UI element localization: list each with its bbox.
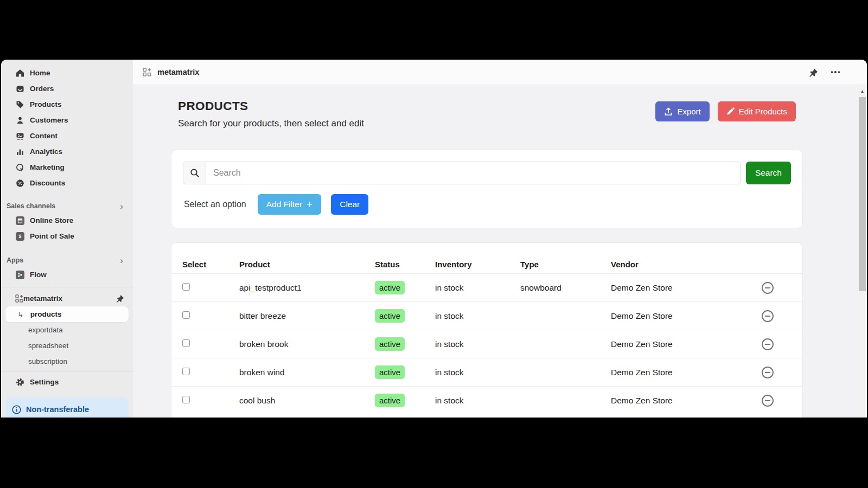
- sidebar-item-label: Settings: [30, 378, 59, 386]
- cell-type: snowboard: [520, 283, 611, 293]
- col-header-select: Select: [182, 260, 239, 269]
- sidebar-item-orders[interactable]: Orders: [1, 81, 133, 97]
- search-button[interactable]: Search: [746, 162, 791, 184]
- main-area: metamatrix PRODUCTS Search for your prod…: [133, 60, 867, 418]
- sidebar-divider: [1, 371, 133, 372]
- flow-icon: [15, 270, 24, 279]
- sidebar-item-label: Home: [30, 69, 50, 77]
- cell-product: cool bush: [239, 396, 375, 406]
- remove-row-icon[interactable]: [762, 282, 774, 294]
- sales-channels-label: Sales channels: [7, 202, 55, 210]
- admin-window: Home Orders Products Customers Content A: [1, 60, 867, 418]
- remove-row-icon[interactable]: [762, 338, 774, 350]
- sidebar-item-home[interactable]: Home: [1, 65, 133, 81]
- sidebar-item-flow[interactable]: Flow: [1, 267, 133, 282]
- more-options-icon[interactable]: [831, 71, 840, 73]
- sidebar-item-label: Point of Sale: [30, 232, 74, 240]
- sidebar-item-products-subpage[interactable]: ↳ products: [5, 306, 129, 322]
- sidebar-item-label: Analytics: [30, 147, 62, 156]
- scrollbar-thumb[interactable]: [859, 97, 866, 291]
- point-of-sale-icon: $: [15, 232, 24, 241]
- branch-arrow-icon: ↳: [17, 310, 24, 319]
- row-checkbox[interactable]: [182, 311, 190, 319]
- edit-products-button[interactable]: Edit Products: [718, 101, 796, 121]
- remove-row-icon[interactable]: [762, 367, 774, 378]
- sidebar-item-marketing[interactable]: Marketing: [1, 159, 133, 175]
- sidebar: Home Orders Products Customers Content A: [1, 60, 133, 418]
- sidebar-item-products[interactable]: Products: [1, 97, 133, 112]
- export-button[interactable]: Export: [655, 101, 709, 121]
- app-grid-icon: [143, 68, 151, 76]
- cell-inventory: in stock: [435, 311, 520, 321]
- pencil-icon: [726, 107, 735, 115]
- table-header-row: Select Product Status Inventory Type Ven…: [171, 255, 802, 273]
- pin-icon[interactable]: [809, 68, 818, 77]
- sidebar-item-content[interactable]: Content: [1, 128, 133, 144]
- table-row: broken brook active in stock Demo Zen St…: [171, 330, 802, 358]
- sales-channels-header[interactable]: Sales channels ›: [1, 200, 133, 213]
- app-title: metamatrix: [157, 68, 199, 76]
- cell-product: bitter breeze: [239, 311, 375, 321]
- online-store-icon: [15, 216, 24, 225]
- table-row: api_testproduct1 active in stock snowboa…: [171, 273, 802, 301]
- filter-select-dropdown[interactable]: Select an option: [184, 200, 246, 209]
- sidebar-item-label: Products: [30, 100, 62, 108]
- cell-product: broken brook: [239, 339, 375, 349]
- status-badge: active: [375, 394, 405, 407]
- sidebar-item-subscription[interactable]: subscription: [1, 354, 133, 369]
- sidebar-item-label: Orders: [30, 85, 54, 93]
- sidebar-item-metamatrix[interactable]: metamatrix: [1, 291, 133, 306]
- sidebar-item-label: Customers: [30, 116, 68, 124]
- cell-inventory: in stock: [435, 339, 520, 349]
- sidebar-item-online-store[interactable]: Online Store: [1, 213, 133, 228]
- row-checkbox[interactable]: [182, 396, 190, 403]
- info-icon: [12, 405, 21, 418]
- vertical-scrollbar[interactable]: ▲: [858, 85, 867, 418]
- plus-icon: +: [307, 198, 312, 210]
- cell-inventory: in stock: [435, 396, 520, 406]
- cell-inventory: in stock: [435, 368, 520, 377]
- sidebar-item-analytics[interactable]: Analytics: [1, 144, 133, 159]
- status-badge: active: [375, 309, 405, 323]
- row-checkbox[interactable]: [182, 283, 190, 291]
- sidebar-item-customers[interactable]: Customers: [1, 112, 133, 128]
- page-content: PRODUCTS Search for your products, then …: [133, 85, 867, 418]
- sidebar-item-discounts[interactable]: Discounts: [1, 175, 133, 191]
- search-input[interactable]: [206, 162, 741, 184]
- row-checkbox[interactable]: [182, 368, 190, 375]
- search-filter-card: Search Select an option Add Filter + Cle…: [171, 150, 803, 228]
- sidebar-divider: [1, 287, 133, 287]
- sidebar-item-point-of-sale[interactable]: $ Point of Sale: [1, 228, 133, 244]
- scroll-up-icon[interactable]: ▲: [858, 89, 867, 94]
- app-grid-icon: [15, 294, 23, 303]
- sidebar-item-label: Content: [30, 132, 58, 140]
- row-checkbox[interactable]: [182, 339, 190, 347]
- svg-text:$: $: [18, 234, 21, 239]
- sidebar-item-label: subscription: [28, 357, 67, 365]
- pin-icon[interactable]: [116, 294, 124, 303]
- content-icon: [15, 131, 24, 140]
- sidebar-item-label: Discounts: [30, 179, 65, 187]
- cell-product: broken wind: [239, 368, 375, 377]
- sidebar-item-label: Flow: [30, 271, 47, 279]
- add-filter-button[interactable]: Add Filter +: [258, 194, 321, 215]
- cell-vendor: Demo Zen Store: [611, 396, 762, 406]
- discounts-icon: [15, 178, 24, 188]
- sidebar-item-label: spreadsheet: [28, 342, 68, 350]
- sidebar-item-exportdata[interactable]: exportdata: [1, 322, 133, 338]
- remove-row-icon[interactable]: [762, 310, 774, 322]
- apps-header[interactable]: Apps ›: [1, 254, 133, 267]
- upload-icon: [664, 107, 673, 116]
- notice-text: Non-transferable Global Nav preview: [26, 404, 99, 418]
- orders-icon: [15, 84, 24, 93]
- page-title-block: PRODUCTS Search for your products, then …: [178, 99, 364, 129]
- products-icon: [15, 100, 24, 109]
- apps-label: Apps: [7, 256, 23, 264]
- remove-row-icon[interactable]: [762, 395, 774, 407]
- sidebar-item-settings[interactable]: Settings: [1, 374, 133, 390]
- table-row: broken wind active in stock Demo Zen Sto…: [171, 358, 802, 386]
- sidebar-item-spreadsheet[interactable]: spreadsheet: [1, 338, 133, 354]
- clear-button[interactable]: Clear: [331, 194, 368, 215]
- sidebar-item-label: Marketing: [30, 163, 65, 171]
- status-badge: active: [375, 281, 405, 294]
